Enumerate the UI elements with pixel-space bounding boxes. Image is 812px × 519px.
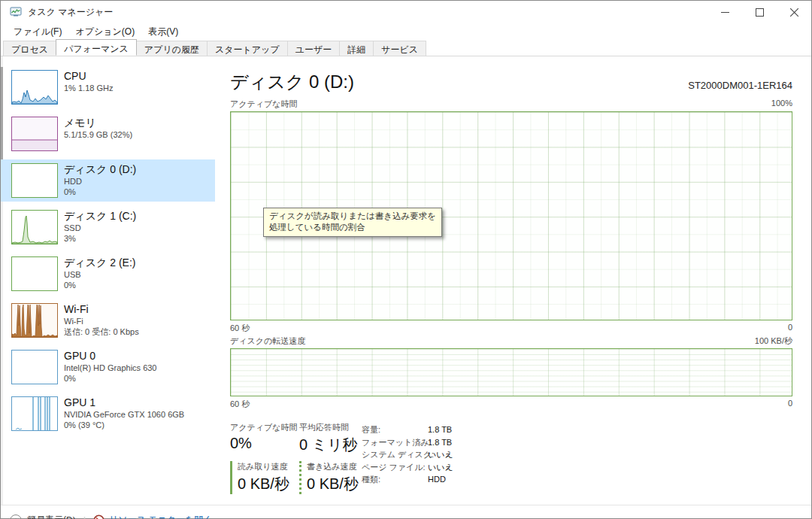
gpu1-mini-chart xyxy=(11,396,58,431)
sidebar-disk0-title: ディスク 0 (D:) xyxy=(64,163,136,176)
chart1-max: 100% xyxy=(771,99,792,110)
disk1-mini-chart xyxy=(11,210,58,244)
property-row: システム ディスク: いいえ xyxy=(362,448,453,461)
sidebar-gpu0-title: GPU 0 xyxy=(64,350,157,363)
resource-monitor-icon xyxy=(93,514,105,519)
property-row: フォーマット済み: 1.8 TB xyxy=(362,436,453,449)
page-file-label: ページ ファイル: xyxy=(362,461,428,474)
close-button[interactable] xyxy=(777,1,811,23)
sidebar-disk2-sub1: USB xyxy=(64,269,135,280)
avg-response-value: 0 ミリ秒 xyxy=(299,435,358,455)
wifi-mini-chart xyxy=(11,303,58,338)
page-file-value: いいえ xyxy=(428,461,453,474)
resource-monitor-label: リソース モニターを開く xyxy=(109,514,213,519)
tab-performance[interactable]: パフォーマンス xyxy=(56,39,137,56)
simple-view-suffix: ) xyxy=(73,515,76,519)
simple-view-access-key: D xyxy=(66,515,73,519)
device-model: ST2000DM001-1ER164 xyxy=(688,80,792,94)
tab-strip: プロセス パフォーマンス アプリの履歴 スタートアップ ユーザー 詳細 サービス xyxy=(1,40,811,56)
sidebar-cpu-sub: 1% 1.18 GHz xyxy=(64,83,113,93)
chart2-x-right: 0 xyxy=(788,399,792,410)
sidebar-gpu0-sub2: 0% xyxy=(64,373,157,384)
disk-properties: 容量: 1.8 TB フォーマット済み: 1.8 TB システム ディスク: い… xyxy=(362,423,453,486)
read-speed-value: 0 KB/秒 xyxy=(238,474,289,494)
chart2-max: 100 KB/秒 xyxy=(755,335,792,347)
sidebar-item-gpu0[interactable]: GPU 0 Intel(R) HD Graphics 630 0% xyxy=(1,346,215,388)
menu-options[interactable]: オプション(O) xyxy=(68,24,141,40)
sidebar-disk2-title: ディスク 2 (E:) xyxy=(64,256,135,269)
chart-tooltip: ディスクが読み取りまたは書き込み要求を 処理している時間の割合 xyxy=(263,208,442,237)
tab-services[interactable]: サービス xyxy=(373,41,426,56)
app-icon xyxy=(10,6,22,18)
sidebar-item-wifi[interactable]: Wi-Fi Wi-Fi 送信: 0 受信: 0 Kbps xyxy=(1,299,215,341)
simple-view-prefix: 簡易表示( xyxy=(27,514,66,519)
sidebar-gpu1-title: GPU 1 xyxy=(64,396,184,409)
open-resource-monitor-link[interactable]: リソース モニターを開く xyxy=(93,514,213,519)
chart2-x-left: 60 秒 xyxy=(230,399,250,410)
sidebar-disk1-title: ディスク 1 (C:) xyxy=(64,210,136,223)
tab-details[interactable]: 詳細 xyxy=(339,41,374,56)
tooltip-line2: 処理している時間の割合 xyxy=(269,222,436,233)
sidebar-disk0-sub2: 0% xyxy=(64,187,136,197)
task-manager-window: タスク マネージャー ファイル(F) オプション(O) 表示(V) プロセス パ… xyxy=(0,0,812,519)
formatted-label: フォーマット済み: xyxy=(362,436,428,449)
disk-stats: アクティブな時間 0% 平均応答時間 0 ミリ秒 読み取り速度 0 KB/秒 書… xyxy=(230,422,792,505)
capacity-value: 1.8 TB xyxy=(428,423,452,436)
sidebar-gpu1-sub2: 0% (39 °C) xyxy=(64,420,184,430)
formatted-value: 1.8 TB xyxy=(428,436,452,449)
sidebar-item-disk2[interactable]: ディスク 2 (E:) USB 0% xyxy=(1,253,215,295)
footer-bar: 簡易表示(D) | リソース モニターを開く xyxy=(1,505,811,519)
tooltip-line1: ディスクが読み取りまたは書き込み要求を xyxy=(269,211,436,222)
tab-app-history[interactable]: アプリの履歴 xyxy=(136,41,208,56)
system-disk-label: システム ディスク: xyxy=(362,448,428,461)
sidebar-memory-sub: 5.1/15.9 GB (32%) xyxy=(64,129,132,140)
transfer-rate-chart[interactable] xyxy=(230,348,792,396)
disk2-mini-chart xyxy=(11,256,58,291)
footer-separator: | xyxy=(83,514,86,519)
menu-bar: ファイル(F) オプション(O) 表示(V) xyxy=(1,23,811,40)
sidebar-item-cpu[interactable]: CPU 1% 1.18 GHz xyxy=(1,66,215,108)
menu-view[interactable]: 表示(V) xyxy=(141,24,185,40)
sidebar-item-disk0[interactable]: ディスク 0 (D:) HDD 0% xyxy=(1,159,215,202)
chart1-x-right: 0 xyxy=(788,323,792,334)
page-title: ディスク 0 (D:) xyxy=(230,70,354,94)
chart1-label: アクティブな時間 xyxy=(230,99,298,110)
write-speed-label: 書き込み速度 xyxy=(307,461,359,472)
active-time-chart[interactable]: ディスクが読み取りまたは書き込み要求を 処理している時間の割合 xyxy=(230,111,792,320)
capacity-label: 容量: xyxy=(362,423,428,436)
cpu-mini-chart xyxy=(11,70,58,105)
sidebar-item-gpu1[interactable]: GPU 1 NVIDIA GeForce GTX 1060 6GB 0% (39… xyxy=(1,393,215,435)
avg-response-label: 平均応答時間 xyxy=(299,422,358,432)
performance-sidebar: CPU 1% 1.18 GHz メモリ 5.1/15.9 GB (32%) xyxy=(1,56,215,505)
sidebar-disk0-sub1: HDD xyxy=(64,176,136,187)
tab-processes[interactable]: プロセス xyxy=(3,41,56,56)
simple-view-button[interactable]: 簡易表示(D) xyxy=(10,514,76,519)
sidebar-wifi-sub1: Wi-Fi xyxy=(64,316,139,326)
sidebar-wifi-sub2: 送信: 0 受信: 0 Kbps xyxy=(64,326,139,337)
disk0-mini-chart xyxy=(11,163,58,198)
window-title: タスク マネージャー xyxy=(28,6,113,19)
sidebar-disk2-sub2: 0% xyxy=(64,280,135,290)
sidebar-cpu-title: CPU xyxy=(64,70,113,83)
write-speed-value: 0 KB/秒 xyxy=(307,474,359,494)
sidebar-item-disk1[interactable]: ディスク 1 (C:) SSD 3% xyxy=(1,206,215,248)
tab-startup[interactable]: スタートアップ xyxy=(207,41,288,56)
tab-users[interactable]: ユーザー xyxy=(287,41,341,56)
chart2-label: ディスクの転送速度 xyxy=(230,335,305,347)
minimize-button[interactable] xyxy=(707,1,742,23)
sidebar-gpu1-sub1: NVIDIA GeForce GTX 1060 6GB xyxy=(64,409,184,420)
system-disk-value: いいえ xyxy=(428,448,453,461)
disk-detail-panel: ディスク 0 (D:) ST2000DM001-1ER164 アクティブな時間 … xyxy=(215,56,811,505)
read-speed-label: 読み取り速度 xyxy=(238,461,289,472)
chevron-up-circle-icon xyxy=(10,514,22,519)
type-label: 種類: xyxy=(362,473,428,486)
sidebar-item-memory[interactable]: メモリ 5.1/15.9 GB (32%) xyxy=(1,113,215,155)
maximize-button[interactable] xyxy=(742,1,777,23)
property-row: 種類: HDD xyxy=(362,473,453,486)
property-row: ページ ファイル: いいえ xyxy=(362,461,453,474)
sidebar-disk1-sub1: SSD xyxy=(64,223,136,233)
sidebar-wifi-title: Wi-Fi xyxy=(64,303,139,316)
type-value: HDD xyxy=(428,473,446,486)
menu-file[interactable]: ファイル(F) xyxy=(7,24,68,40)
active-time-label: アクティブな時間 xyxy=(230,422,298,432)
